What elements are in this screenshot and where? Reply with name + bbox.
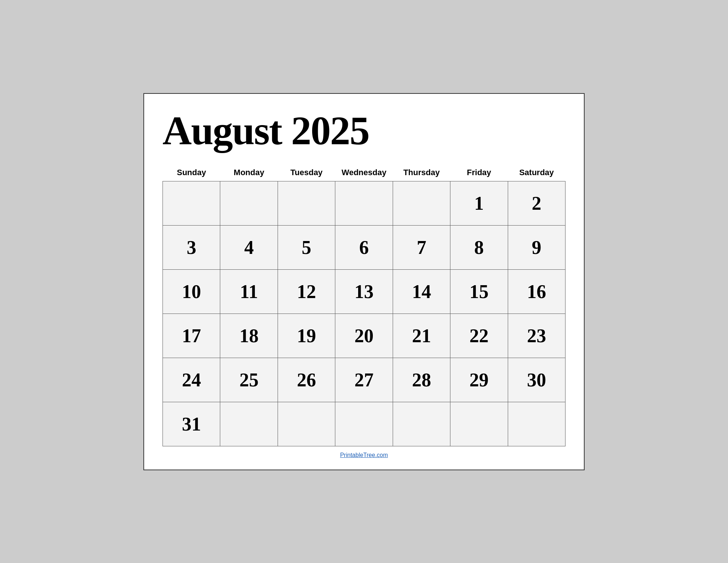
day-number: 8: [456, 229, 502, 266]
day-number: 28: [399, 362, 445, 398]
day-cell-26: 26: [278, 358, 335, 402]
day-cell-6: 6: [335, 225, 393, 269]
day-cell-10: 10: [163, 269, 220, 314]
day-number: 6: [341, 229, 387, 266]
empty-cell: [450, 402, 508, 446]
day-number: 29: [456, 362, 502, 398]
day-number: 24: [168, 362, 214, 398]
day-cell-1: 1: [450, 181, 508, 225]
week-row-2: 3456789: [163, 225, 565, 269]
empty-cell: [220, 402, 278, 446]
day-cell-9: 9: [508, 225, 565, 269]
week-row-1: 12: [163, 181, 565, 225]
day-number: 13: [341, 273, 387, 310]
empty-cell: [393, 181, 450, 225]
day-number: 4: [226, 229, 272, 266]
day-number: 31: [168, 406, 214, 442]
calendar-title: August 2025: [163, 109, 565, 153]
day-number: 3: [168, 229, 214, 266]
day-number: 5: [283, 229, 329, 266]
day-cell-21: 21: [393, 314, 450, 358]
day-cell-13: 13: [335, 269, 393, 314]
day-number: 2: [514, 185, 560, 222]
day-cell-11: 11: [220, 269, 278, 314]
day-cell-30: 30: [508, 358, 565, 402]
empty-cell: [335, 402, 393, 446]
day-number: 10: [168, 273, 214, 310]
day-cell-4: 4: [220, 225, 278, 269]
day-cell-19: 19: [278, 314, 335, 358]
day-number: 19: [283, 318, 329, 354]
day-cell-16: 16: [508, 269, 565, 314]
day-header-tuesday: Tuesday: [278, 164, 335, 181]
day-headers-row: SundayMondayTuesdayWednesdayThursdayFrid…: [163, 164, 565, 181]
empty-cell: [393, 402, 450, 446]
day-header-thursday: Thursday: [393, 164, 450, 181]
day-cell-12: 12: [278, 269, 335, 314]
day-cell-29: 29: [450, 358, 508, 402]
day-cell-18: 18: [220, 314, 278, 358]
day-cell-24: 24: [163, 358, 220, 402]
day-cell-15: 15: [450, 269, 508, 314]
week-row-6: 31: [163, 402, 565, 446]
week-row-3: 10111213141516: [163, 269, 565, 314]
day-cell-2: 2: [508, 181, 565, 225]
day-cell-7: 7: [393, 225, 450, 269]
day-cell-22: 22: [450, 314, 508, 358]
day-cell-31: 31: [163, 402, 220, 446]
day-number: 27: [341, 362, 387, 398]
day-number: 14: [399, 273, 445, 310]
calendar-page: August 2025 SundayMondayTuesdayWednesday…: [143, 93, 585, 470]
empty-cell: [278, 181, 335, 225]
day-number: 23: [514, 318, 560, 354]
day-cell-28: 28: [393, 358, 450, 402]
week-row-4: 17181920212223: [163, 314, 565, 358]
day-cell-5: 5: [278, 225, 335, 269]
day-number: 18: [226, 318, 272, 354]
day-number: 12: [283, 273, 329, 310]
day-cell-14: 14: [393, 269, 450, 314]
day-number: 30: [514, 362, 560, 398]
day-number: 26: [283, 362, 329, 398]
day-cell-20: 20: [335, 314, 393, 358]
day-number: 20: [341, 318, 387, 354]
day-number: 21: [399, 318, 445, 354]
day-header-monday: Monday: [220, 164, 278, 181]
day-header-wednesday: Wednesday: [335, 164, 393, 181]
empty-cell: [335, 181, 393, 225]
day-number: 16: [514, 273, 560, 310]
day-number: 7: [399, 229, 445, 266]
day-number: 17: [168, 318, 214, 354]
empty-cell: [278, 402, 335, 446]
week-row-5: 24252627282930: [163, 358, 565, 402]
day-cell-23: 23: [508, 314, 565, 358]
calendar-table: SundayMondayTuesdayWednesdayThursdayFrid…: [163, 164, 565, 446]
empty-cell: [508, 402, 565, 446]
day-number: 9: [514, 229, 560, 266]
day-number: 25: [226, 362, 272, 398]
day-cell-25: 25: [220, 358, 278, 402]
day-number: 1: [456, 185, 502, 222]
day-header-sunday: Sunday: [163, 164, 220, 181]
day-header-friday: Friday: [450, 164, 508, 181]
day-header-saturday: Saturday: [508, 164, 565, 181]
day-number: 15: [456, 273, 502, 310]
day-cell-27: 27: [335, 358, 393, 402]
day-number: 22: [456, 318, 502, 354]
empty-cell: [163, 181, 220, 225]
day-number: 11: [226, 273, 272, 310]
footer-link[interactable]: PrintableTree.com: [163, 452, 565, 458]
day-cell-8: 8: [450, 225, 508, 269]
day-cell-3: 3: [163, 225, 220, 269]
day-cell-17: 17: [163, 314, 220, 358]
empty-cell: [220, 181, 278, 225]
